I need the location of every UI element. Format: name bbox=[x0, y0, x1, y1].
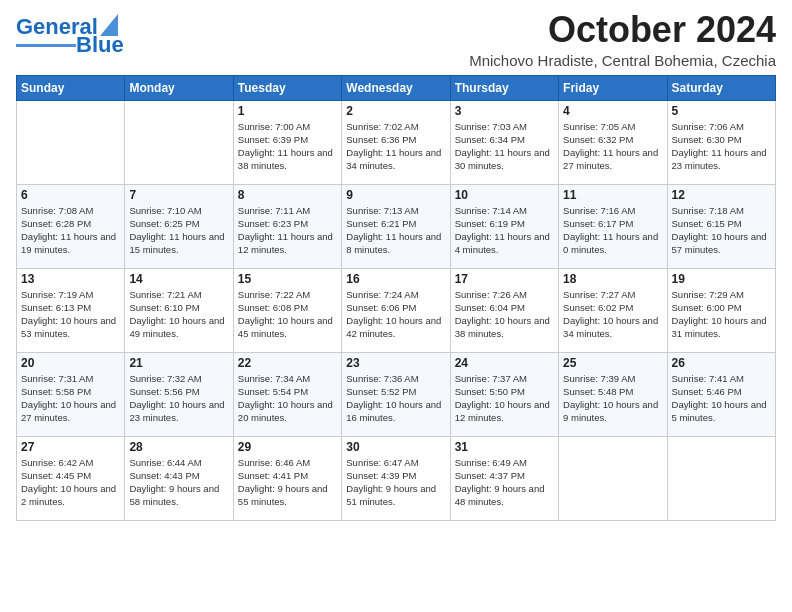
day-number: 28 bbox=[129, 440, 228, 454]
logo-blue-text: Blue bbox=[76, 32, 124, 57]
day-number: 19 bbox=[672, 272, 771, 286]
calendar-cell: 3Sunrise: 7:03 AM Sunset: 6:34 PM Daylig… bbox=[450, 100, 558, 184]
day-info: Sunrise: 7:18 AM Sunset: 6:15 PM Dayligh… bbox=[672, 204, 771, 257]
calendar-cell: 26Sunrise: 7:41 AM Sunset: 5:46 PM Dayli… bbox=[667, 352, 775, 436]
day-number: 4 bbox=[563, 104, 662, 118]
day-number: 6 bbox=[21, 188, 120, 202]
calendar-cell: 27Sunrise: 6:42 AM Sunset: 4:45 PM Dayli… bbox=[17, 436, 125, 520]
logo: General Blue bbox=[16, 14, 124, 56]
calendar-table: SundayMondayTuesdayWednesdayThursdayFrid… bbox=[16, 75, 776, 521]
day-number: 10 bbox=[455, 188, 554, 202]
calendar-cell: 6Sunrise: 7:08 AM Sunset: 6:28 PM Daylig… bbox=[17, 184, 125, 268]
logo-underline bbox=[16, 44, 76, 47]
day-info: Sunrise: 7:37 AM Sunset: 5:50 PM Dayligh… bbox=[455, 372, 554, 425]
day-number: 11 bbox=[563, 188, 662, 202]
day-number: 2 bbox=[346, 104, 445, 118]
day-info: Sunrise: 7:05 AM Sunset: 6:32 PM Dayligh… bbox=[563, 120, 662, 173]
calendar-cell: 14Sunrise: 7:21 AM Sunset: 6:10 PM Dayli… bbox=[125, 268, 233, 352]
calendar-cell: 10Sunrise: 7:14 AM Sunset: 6:19 PM Dayli… bbox=[450, 184, 558, 268]
day-info: Sunrise: 7:11 AM Sunset: 6:23 PM Dayligh… bbox=[238, 204, 337, 257]
day-info: Sunrise: 7:27 AM Sunset: 6:02 PM Dayligh… bbox=[563, 288, 662, 341]
day-number: 30 bbox=[346, 440, 445, 454]
calendar-cell: 20Sunrise: 7:31 AM Sunset: 5:58 PM Dayli… bbox=[17, 352, 125, 436]
day-info: Sunrise: 7:39 AM Sunset: 5:48 PM Dayligh… bbox=[563, 372, 662, 425]
day-number: 18 bbox=[563, 272, 662, 286]
calendar-cell: 24Sunrise: 7:37 AM Sunset: 5:50 PM Dayli… bbox=[450, 352, 558, 436]
day-number: 16 bbox=[346, 272, 445, 286]
day-info: Sunrise: 6:44 AM Sunset: 4:43 PM Dayligh… bbox=[129, 456, 228, 509]
day-number: 1 bbox=[238, 104, 337, 118]
calendar-cell: 15Sunrise: 7:22 AM Sunset: 6:08 PM Dayli… bbox=[233, 268, 341, 352]
calendar-cell bbox=[559, 436, 667, 520]
calendar-cell: 17Sunrise: 7:26 AM Sunset: 6:04 PM Dayli… bbox=[450, 268, 558, 352]
calendar-cell: 12Sunrise: 7:18 AM Sunset: 6:15 PM Dayli… bbox=[667, 184, 775, 268]
day-info: Sunrise: 6:49 AM Sunset: 4:37 PM Dayligh… bbox=[455, 456, 554, 509]
title-block: October 2024 Mnichovo Hradiste, Central … bbox=[469, 10, 776, 69]
day-info: Sunrise: 6:42 AM Sunset: 4:45 PM Dayligh… bbox=[21, 456, 120, 509]
day-number: 17 bbox=[455, 272, 554, 286]
day-number: 12 bbox=[672, 188, 771, 202]
day-info: Sunrise: 7:16 AM Sunset: 6:17 PM Dayligh… bbox=[563, 204, 662, 257]
col-header-monday: Monday bbox=[125, 75, 233, 100]
day-info: Sunrise: 6:47 AM Sunset: 4:39 PM Dayligh… bbox=[346, 456, 445, 509]
day-info: Sunrise: 7:36 AM Sunset: 5:52 PM Dayligh… bbox=[346, 372, 445, 425]
day-info: Sunrise: 7:14 AM Sunset: 6:19 PM Dayligh… bbox=[455, 204, 554, 257]
day-number: 3 bbox=[455, 104, 554, 118]
calendar-cell: 22Sunrise: 7:34 AM Sunset: 5:54 PM Dayli… bbox=[233, 352, 341, 436]
calendar-cell: 19Sunrise: 7:29 AM Sunset: 6:00 PM Dayli… bbox=[667, 268, 775, 352]
week-row-2: 6Sunrise: 7:08 AM Sunset: 6:28 PM Daylig… bbox=[17, 184, 776, 268]
day-number: 8 bbox=[238, 188, 337, 202]
day-number: 24 bbox=[455, 356, 554, 370]
calendar-cell: 23Sunrise: 7:36 AM Sunset: 5:52 PM Dayli… bbox=[342, 352, 450, 436]
day-info: Sunrise: 7:03 AM Sunset: 6:34 PM Dayligh… bbox=[455, 120, 554, 173]
calendar-cell: 2Sunrise: 7:02 AM Sunset: 6:36 PM Daylig… bbox=[342, 100, 450, 184]
header: General Blue October 2024 Mnichovo Hradi… bbox=[16, 10, 776, 69]
week-row-4: 20Sunrise: 7:31 AM Sunset: 5:58 PM Dayli… bbox=[17, 352, 776, 436]
day-info: Sunrise: 7:06 AM Sunset: 6:30 PM Dayligh… bbox=[672, 120, 771, 173]
calendar-cell: 25Sunrise: 7:39 AM Sunset: 5:48 PM Dayli… bbox=[559, 352, 667, 436]
week-row-3: 13Sunrise: 7:19 AM Sunset: 6:13 PM Dayli… bbox=[17, 268, 776, 352]
day-info: Sunrise: 7:08 AM Sunset: 6:28 PM Dayligh… bbox=[21, 204, 120, 257]
page: General Blue October 2024 Mnichovo Hradi… bbox=[0, 0, 792, 612]
week-row-5: 27Sunrise: 6:42 AM Sunset: 4:45 PM Dayli… bbox=[17, 436, 776, 520]
day-number: 20 bbox=[21, 356, 120, 370]
header-row: SundayMondayTuesdayWednesdayThursdayFrid… bbox=[17, 75, 776, 100]
day-number: 7 bbox=[129, 188, 228, 202]
calendar-cell: 4Sunrise: 7:05 AM Sunset: 6:32 PM Daylig… bbox=[559, 100, 667, 184]
day-info: Sunrise: 7:26 AM Sunset: 6:04 PM Dayligh… bbox=[455, 288, 554, 341]
location-title: Mnichovo Hradiste, Central Bohemia, Czec… bbox=[469, 52, 776, 69]
day-number: 14 bbox=[129, 272, 228, 286]
day-info: Sunrise: 7:02 AM Sunset: 6:36 PM Dayligh… bbox=[346, 120, 445, 173]
calendar-cell: 11Sunrise: 7:16 AM Sunset: 6:17 PM Dayli… bbox=[559, 184, 667, 268]
calendar-cell: 16Sunrise: 7:24 AM Sunset: 6:06 PM Dayli… bbox=[342, 268, 450, 352]
calendar-cell: 28Sunrise: 6:44 AM Sunset: 4:43 PM Dayli… bbox=[125, 436, 233, 520]
col-header-tuesday: Tuesday bbox=[233, 75, 341, 100]
calendar-cell: 18Sunrise: 7:27 AM Sunset: 6:02 PM Dayli… bbox=[559, 268, 667, 352]
calendar-cell: 21Sunrise: 7:32 AM Sunset: 5:56 PM Dayli… bbox=[125, 352, 233, 436]
day-number: 5 bbox=[672, 104, 771, 118]
day-number: 29 bbox=[238, 440, 337, 454]
col-header-sunday: Sunday bbox=[17, 75, 125, 100]
day-info: Sunrise: 7:21 AM Sunset: 6:10 PM Dayligh… bbox=[129, 288, 228, 341]
calendar-cell: 1Sunrise: 7:00 AM Sunset: 6:39 PM Daylig… bbox=[233, 100, 341, 184]
col-header-friday: Friday bbox=[559, 75, 667, 100]
month-title: October 2024 bbox=[469, 10, 776, 50]
calendar-cell bbox=[667, 436, 775, 520]
col-header-saturday: Saturday bbox=[667, 75, 775, 100]
day-info: Sunrise: 7:10 AM Sunset: 6:25 PM Dayligh… bbox=[129, 204, 228, 257]
calendar-cell: 5Sunrise: 7:06 AM Sunset: 6:30 PM Daylig… bbox=[667, 100, 775, 184]
day-info: Sunrise: 7:34 AM Sunset: 5:54 PM Dayligh… bbox=[238, 372, 337, 425]
col-header-thursday: Thursday bbox=[450, 75, 558, 100]
day-number: 31 bbox=[455, 440, 554, 454]
day-info: Sunrise: 7:41 AM Sunset: 5:46 PM Dayligh… bbox=[672, 372, 771, 425]
calendar-cell: 7Sunrise: 7:10 AM Sunset: 6:25 PM Daylig… bbox=[125, 184, 233, 268]
calendar-cell: 9Sunrise: 7:13 AM Sunset: 6:21 PM Daylig… bbox=[342, 184, 450, 268]
calendar-cell: 8Sunrise: 7:11 AM Sunset: 6:23 PM Daylig… bbox=[233, 184, 341, 268]
day-number: 25 bbox=[563, 356, 662, 370]
calendar-cell bbox=[125, 100, 233, 184]
day-info: Sunrise: 7:13 AM Sunset: 6:21 PM Dayligh… bbox=[346, 204, 445, 257]
day-number: 13 bbox=[21, 272, 120, 286]
logo-blue: Blue bbox=[76, 34, 124, 56]
day-number: 27 bbox=[21, 440, 120, 454]
calendar-cell: 13Sunrise: 7:19 AM Sunset: 6:13 PM Dayli… bbox=[17, 268, 125, 352]
